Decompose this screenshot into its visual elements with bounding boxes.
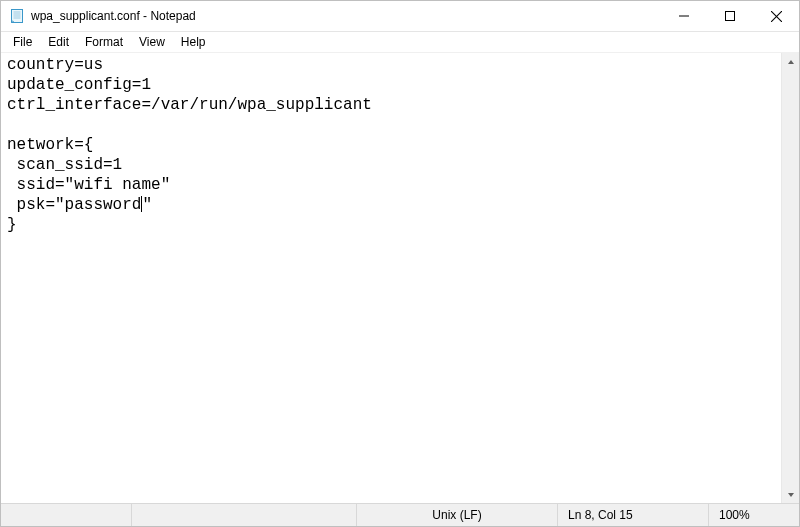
vertical-scrollbar[interactable] [781,53,799,503]
text-line[interactable]: ssid="wifi name" [7,176,170,194]
menu-view[interactable]: View [131,33,173,51]
text-caret [141,196,142,212]
statusbar: Unix (LF) Ln 8, Col 15 100% [1,503,799,526]
text-line[interactable]: ctrl_interface=/var/run/wpa_supplicant [7,96,372,114]
notepad-icon [9,8,25,24]
text-line[interactable]: network={ [7,136,93,154]
status-cell-empty2 [131,504,356,526]
text-line[interactable]: update_config=1 [7,76,151,94]
text-line[interactable]: country=us [7,56,103,74]
svg-rect-6 [726,12,735,21]
text-line[interactable]: psk="password [7,196,141,214]
scroll-down-button[interactable] [782,486,799,503]
status-cell-empty1 [1,504,131,526]
menu-edit[interactable]: Edit [40,33,77,51]
text-line[interactable]: } [7,216,17,234]
menu-format[interactable]: Format [77,33,131,51]
status-zoom: 100% [708,504,799,526]
editor-area: country=us update_config=1 ctrl_interfac… [1,53,799,503]
menu-help[interactable]: Help [173,33,214,51]
menu-file[interactable]: File [5,33,40,51]
window-title: wpa_supplicant.conf - Notepad [31,9,196,23]
text-line[interactable]: scan_ssid=1 [7,156,122,174]
text-editor[interactable]: country=us update_config=1 ctrl_interfac… [1,53,781,503]
titlebar[interactable]: wpa_supplicant.conf - Notepad [1,1,799,32]
scroll-up-button[interactable] [782,53,799,70]
close-button[interactable] [753,1,799,31]
maximize-button[interactable] [707,1,753,31]
menubar: File Edit Format View Help [1,32,799,53]
text-line[interactable]: " [142,196,152,214]
notepad-window: wpa_supplicant.conf - Notepad File Edit … [0,0,800,527]
window-controls [661,1,799,31]
status-line-ending: Unix (LF) [356,504,557,526]
status-cursor-position: Ln 8, Col 15 [557,504,708,526]
minimize-button[interactable] [661,1,707,31]
